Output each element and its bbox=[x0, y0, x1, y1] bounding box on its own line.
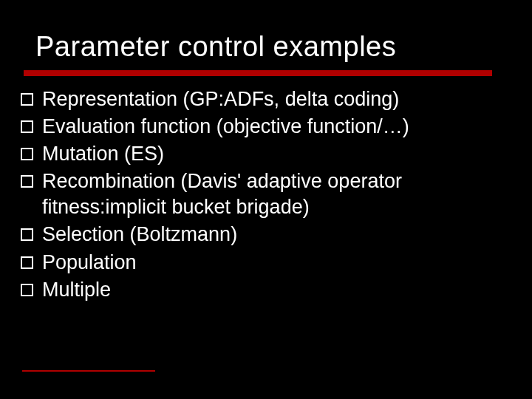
title-container: Parameter control examples bbox=[0, 0, 532, 63]
checkbox-icon bbox=[21, 120, 33, 133]
bullet-text: Selection (Boltzmann) bbox=[42, 222, 237, 248]
bullet-text: Population bbox=[42, 250, 137, 276]
footer-divider bbox=[22, 370, 155, 372]
slide-title: Parameter control examples bbox=[35, 31, 517, 63]
bullet-text: Multiple bbox=[42, 277, 111, 303]
bullet-text: Mutation (ES) bbox=[42, 141, 164, 167]
list-item: Representation (GP:ADFs, delta coding) bbox=[21, 86, 502, 112]
list-item: Evaluation function (objective function/… bbox=[21, 114, 502, 140]
bullet-text: Evaluation function (objective function/… bbox=[42, 114, 409, 140]
checkbox-icon bbox=[21, 284, 33, 296]
list-item: Selection (Boltzmann) bbox=[21, 222, 502, 248]
slide: Parameter control examples Representatio… bbox=[0, 0, 532, 399]
list-item: Multiple bbox=[21, 277, 502, 303]
checkbox-icon bbox=[21, 228, 33, 241]
checkbox-icon bbox=[21, 256, 33, 269]
checkbox-icon bbox=[21, 93, 33, 106]
checkbox-icon bbox=[21, 148, 33, 160]
list-item: Recombination (Davis' adaptive operator … bbox=[21, 168, 502, 220]
title-underline bbox=[24, 70, 492, 76]
list-item: Population bbox=[21, 250, 502, 276]
checkbox-icon bbox=[21, 175, 33, 188]
bullet-text: Representation (GP:ADFs, delta coding) bbox=[42, 86, 399, 112]
content-area: Representation (GP:ADFs, delta coding) E… bbox=[0, 76, 532, 303]
bullet-text: Recombination (Davis' adaptive operator … bbox=[42, 168, 502, 220]
list-item: Mutation (ES) bbox=[21, 141, 502, 167]
